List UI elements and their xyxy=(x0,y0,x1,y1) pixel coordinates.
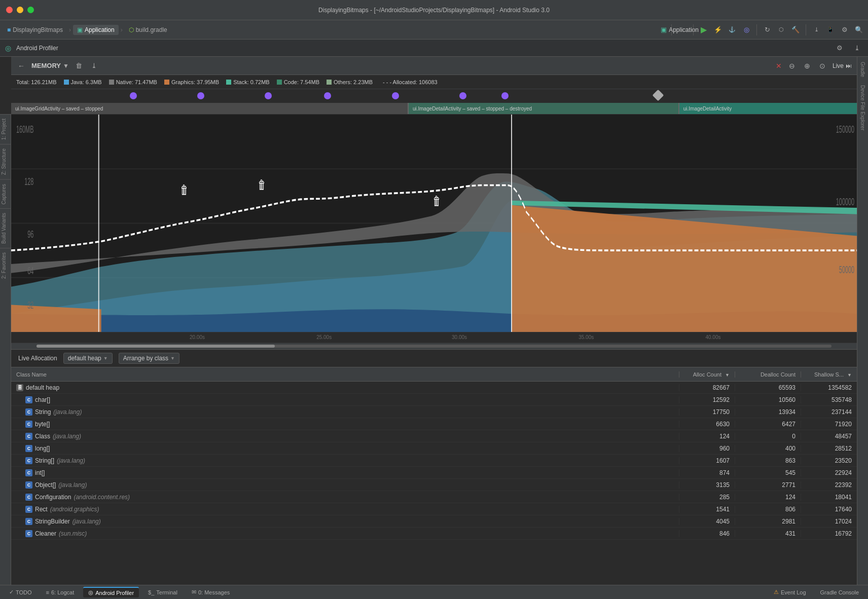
tab-terminal[interactable]: $_ Terminal xyxy=(143,588,183,597)
zoom-fit-button[interactable]: ⊙ xyxy=(817,61,827,71)
settings-button[interactable]: ⚙ xyxy=(839,24,851,36)
close-button[interactable] xyxy=(6,7,13,13)
project-breadcrumb[interactable]: ■ DisplayingBitmaps xyxy=(3,25,67,35)
terminal-label: Terminal xyxy=(156,589,177,595)
tab-messages[interactable]: ✉ 0: Messages xyxy=(187,587,235,597)
gradle-console-label: Gradle Console xyxy=(820,589,859,595)
column-alloc-count[interactable]: Alloc Count ▼ xyxy=(679,371,735,378)
table-row[interactable]: C String[] (java.lang) 1607 863 23520 xyxy=(11,455,857,467)
zoom-in-button[interactable]: ⊕ xyxy=(802,61,812,71)
profile-button[interactable]: ◎ xyxy=(740,24,752,36)
table-row[interactable]: C Cleaner (sun.misc) 846 431 16792 xyxy=(11,528,857,540)
captures-panel-label[interactable]: Captures xyxy=(0,179,11,209)
cell-dealloc-count: 6427 xyxy=(735,421,801,428)
profiler-icon: ◎ xyxy=(5,44,11,52)
scrollbar-thumb[interactable] xyxy=(37,345,275,348)
tab-logcat[interactable]: ≡ 6: Logcat xyxy=(41,588,80,597)
class-pkg: (java.lang) xyxy=(57,457,85,464)
profiler-download-button[interactable]: ⤓ xyxy=(851,42,863,54)
build-button[interactable]: 🔨 xyxy=(789,24,802,36)
time-label-30: 30.00s xyxy=(452,334,467,340)
heap-dropdown[interactable]: default heap ▼ xyxy=(63,353,113,364)
live-label: Live xyxy=(833,62,844,69)
cell-alloc-count: 3135 xyxy=(679,481,735,489)
memory-panel: ← MEMORY ▼ 🗑 ⤓ ✕ ⊖ ⊕ ⊙ Live ⏭ Total: 126… xyxy=(11,57,857,585)
search-button[interactable]: 🔍 xyxy=(853,24,865,36)
activity-bar: ui.ImageGridActivity – saved – stopped u… xyxy=(11,89,857,115)
live-button[interactable]: Live ⏭ xyxy=(833,62,852,69)
svg-text:100000: 100000 xyxy=(836,196,854,207)
cell-alloc-count: 846 xyxy=(679,530,735,537)
column-dealloc-count[interactable]: Dealloc Count xyxy=(735,371,801,378)
project-panel-label[interactable]: 1: Project xyxy=(0,114,11,144)
class-icon: C xyxy=(25,396,32,403)
gradle-panel-label[interactable]: Gradle xyxy=(859,59,866,80)
table-row[interactable]: 🗄 default heap 82667 65593 1354582 xyxy=(11,382,857,394)
build-variants-label[interactable]: Build Variants xyxy=(0,208,11,248)
class-icon: C xyxy=(25,421,32,428)
minimize-button[interactable] xyxy=(17,7,23,13)
bottom-bar: ✓ TODO ≡ 6: Logcat ◎ Android Profiler $_… xyxy=(0,585,868,599)
gradle-icon: ⬡ xyxy=(129,26,134,33)
native-stat: Native: 71.47MB xyxy=(109,79,157,85)
gc-button[interactable]: 🗑 xyxy=(74,61,84,71)
structure-panel-label[interactable]: Z: Structure xyxy=(0,144,11,179)
zoom-out-button[interactable]: ⊖ xyxy=(787,61,797,71)
cell-alloc-count: 4045 xyxy=(679,518,735,525)
svg-text:50000: 50000 xyxy=(839,264,854,275)
cell-dealloc-count: 545 xyxy=(735,469,801,476)
cell-dealloc-count: 2981 xyxy=(735,518,801,525)
side-labels: 1: Project Z: Structure Captures Build V… xyxy=(0,114,11,585)
class-name-text: Object[] xyxy=(35,481,56,489)
table-row[interactable]: C long[] 960 400 28512 xyxy=(11,442,857,455)
debug-button[interactable]: ⚡ xyxy=(712,24,724,36)
attach-button[interactable]: ⚓ xyxy=(726,24,738,36)
main-toolbar: ■ DisplayingBitmaps › ▣ Application › ⬡ … xyxy=(0,20,868,40)
avd-button[interactable]: 📱 xyxy=(824,24,837,36)
gradle-sync-button[interactable]: ⬡ xyxy=(775,24,787,36)
profiler-settings-button[interactable]: ⚙ xyxy=(834,42,846,54)
chart-scrollbar[interactable] xyxy=(11,343,857,349)
time-label-40: 40.00s xyxy=(705,334,720,340)
table-row[interactable]: C Object[] (java.lang) 3135 2771 22392 xyxy=(11,479,857,491)
cell-dealloc-count: 806 xyxy=(735,506,801,513)
play-button[interactable]: ▶ xyxy=(698,24,710,36)
cell-alloc-count: 1607 xyxy=(679,457,735,464)
table-row[interactable]: C int[] 874 545 22924 xyxy=(11,467,857,479)
sdk-manager-button[interactable]: ⤓ xyxy=(810,24,822,36)
tab-android-profiler[interactable]: ◎ Android Profiler xyxy=(83,587,139,597)
column-shallow[interactable]: Shallow S... ▼ xyxy=(801,371,857,378)
tab-gradle-console[interactable]: Gradle Console xyxy=(815,588,864,597)
favorites-panel-label[interactable]: 2: Favorites xyxy=(0,248,11,283)
arrange-dropdown[interactable]: Arrange by class ▼ xyxy=(119,353,179,364)
close-session-button[interactable]: ✕ xyxy=(776,62,782,70)
table-row[interactable]: C Class (java.lang) 124 0 48457 xyxy=(11,430,857,442)
total-stat: Total: 126.21MB xyxy=(16,79,57,85)
table-row[interactable]: C String (java.lang) 17750 13934 237144 xyxy=(11,406,857,418)
scrollbar-track[interactable] xyxy=(37,345,831,348)
column-class-name[interactable]: Class Name xyxy=(11,371,679,378)
device-file-label[interactable]: Device File Explorer xyxy=(859,82,866,133)
tab-event-log[interactable]: ⚠ Event Log xyxy=(769,587,811,597)
table-row[interactable]: C StringBuilder (java.lang) 4045 2981 17… xyxy=(11,515,857,528)
application-breadcrumb[interactable]: ▣ Application xyxy=(73,25,119,35)
memory-dropdown-arrow[interactable]: ▼ xyxy=(63,62,69,69)
memory-chart[interactable]: 🗑 🗑 🗑 160MB 128 96 64 32 150000 100000 5… xyxy=(11,115,857,332)
gradle-breadcrumb[interactable]: ⬡ build.gradle xyxy=(125,25,171,35)
tab-todo[interactable]: ✓ TODO xyxy=(4,587,37,597)
table-row[interactable]: C byte[] 6630 6427 71920 xyxy=(11,418,857,430)
table-row[interactable]: C Configuration (android.content.res) 28… xyxy=(11,491,857,503)
class-name-text: String xyxy=(35,408,51,416)
table-header: Class Name Alloc Count ▼ Dealloc Count S… xyxy=(11,367,857,382)
table-row[interactable]: C char[] 12592 10560 535748 xyxy=(11,394,857,406)
run-config-dropdown[interactable]: ▣ Application ▼ xyxy=(677,24,689,36)
project-label: DisplayingBitmaps xyxy=(13,26,63,33)
dot-3 xyxy=(265,92,272,99)
maximize-button[interactable] xyxy=(27,7,34,13)
sync-button[interactable]: ↻ xyxy=(761,24,773,36)
back-button[interactable]: ← xyxy=(16,61,26,71)
table-row[interactable]: C Rect (android.graphics) 1541 806 17640 xyxy=(11,503,857,515)
svg-text:96: 96 xyxy=(27,229,33,240)
class-name-text: Rect xyxy=(35,506,48,513)
dump-button[interactable]: ⤓ xyxy=(89,61,99,71)
